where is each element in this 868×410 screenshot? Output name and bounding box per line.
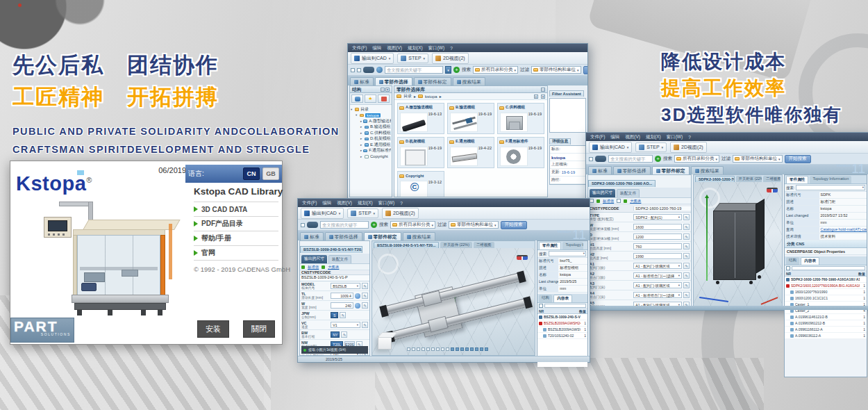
parameter-value-box[interactable]: A1 - 配列门-玻璃区域 [633,263,682,269]
export-to-cad-button[interactable]: 输出到CAD▾ [589,142,632,153]
edit-icon[interactable]: ✎ [683,224,690,230]
view-2d-button[interactable]: 2D视图(2) [432,53,469,64]
viewport-tool-icon[interactable] [426,347,430,351]
catalog-card[interactable]: B.输送模组 19-6-19 [447,103,494,134]
parts-table-row[interactable]: T20/10S1240-02 1 [537,333,587,339]
tab-content-table[interactable]: 内容表 [553,295,572,302]
tab-topology-information[interactable]: Topology Information [810,176,851,183]
catalog-card[interactable]: A.微型输送模组 19-6-13 [397,103,444,134]
tree-item-kstopa[interactable]: ▾kstopa [351,113,391,119]
parameter-value-box[interactable]: BSZSLB [331,283,360,289]
edit-icon[interactable]: ✎ [683,243,690,249]
parameter-value-box[interactable]: 760 [633,243,682,249]
search-scope-dropdown[interactable]: 所有目录和分类▾ [390,221,435,229]
menu-item[interactable]: 窗口(W) [428,45,444,51]
navigation-cube[interactable] [378,336,392,350]
menu-item[interactable]: ? [450,46,453,51]
tab-topology-information[interactable]: Topology Information [562,242,583,249]
menu-item[interactable]: 窗口(W) [378,200,394,206]
installer-menu-item[interactable]: 帮助/手册 [194,231,278,245]
tree-item[interactable]: ▸E.通用模组 [351,142,391,148]
menu-item[interactable]: 编辑 [372,45,381,51]
view-preset-icon[interactable] [480,347,483,351]
catalogs-button[interactable] [351,95,363,103]
expand-arrow-icon[interactable]: ▸ [360,137,363,140]
property-search-select[interactable] [549,251,586,256]
breadcrumb-root[interactable]: 目录 [403,93,412,99]
menu-item[interactable]: ? [688,135,691,140]
tree-item[interactable]: ▸B.输送模组 [351,124,391,131]
viewport-tool-icon[interactable] [431,347,435,351]
3d-glasses-icon[interactable] [517,255,528,260]
info-icon[interactable] [355,293,360,299]
close-button[interactable]: 關閉 [243,320,275,338]
tree-item[interactable]: ▸Copyright [351,154,391,160]
details-tab[interactable]: 详细信息 [549,138,571,145]
large-table-link[interactable]: 大图表 [328,265,339,270]
parts-table-row[interactable]: A.019960961212-B 1 [785,320,867,327]
parameter-value-box[interactable]: NY [331,331,340,338]
tab-assembly-file[interactable]: 装配文件 [328,255,351,263]
view-preset-icon[interactable] [485,347,488,351]
fulltext-search-input[interactable] [385,66,443,74]
parts-table-row[interactable]: A.09961166112-A 1 [785,327,867,333]
menu-item[interactable]: 编辑 [322,200,331,206]
language-gb-button[interactable]: GB [262,167,279,180]
history-button[interactable] [378,95,390,103]
catalog-card[interactable]: D.机架模组 19-6-19 [397,137,444,168]
view-2d-button[interactable]: 2D视图(2) [382,208,419,219]
viewport-tab[interactable]: 开关柜体 (22%) [736,176,762,182]
parts-table-row[interactable]: 1600/1200*760/1990 1 [785,289,867,295]
menu-item[interactable]: 规划(X) [646,134,661,140]
edit-icon[interactable]: ✎ [683,272,690,279]
filter-unit-dropdown[interactable]: 零部件结构和单位▾ [733,155,783,163]
main-tab[interactable]: 零部件标定 [652,166,690,174]
view-preset-icon[interactable] [456,347,459,351]
part-title-tab[interactable]: SDPK2-1600-1200-760-1990 AO... [588,180,656,187]
close-icon[interactable]: × [385,88,390,92]
undock-icon[interactable]: □ [541,88,545,92]
menu-item[interactable]: 视图(V) [337,200,352,206]
menu-item[interactable]: ? [400,201,403,206]
tab-part-properties[interactable]: 零件属性 [539,242,561,249]
filter-checkbox[interactable] [786,266,790,270]
add-search-term-button[interactable]: + [453,67,460,73]
installer-menu-item[interactable]: 3D CAD DATA [194,202,278,216]
installer-menu-item[interactable]: PDF产品目录 [194,216,278,231]
menu-item[interactable]: 文件(F) [302,200,317,206]
viewport-tool-icon[interactable] [412,347,415,351]
search-mode-toggle[interactable] [363,67,374,73]
menu-item[interactable]: 文件(F) [590,134,605,140]
search-checkbox[interactable] [589,157,593,161]
edit-icon[interactable]: ✎ [340,312,346,318]
expand-arrow-icon[interactable]: ▸ [360,155,363,158]
main-tab[interactable]: 零部件标定 [414,77,451,85]
main-tab[interactable]: 零部件选择 [613,166,651,174]
parts-table-row[interactable]: BSZSLB2009AGWSH24PT20/1B/U 1 [537,320,587,327]
main-tab[interactable]: 搜索结果 [691,166,724,174]
parameter-value-box[interactable]: 1600 [633,224,682,230]
catalog-card[interactable]: C.供料模组 19-6-19 [497,103,544,134]
search-checkbox[interactable] [351,68,355,72]
large-table-checkbox[interactable] [617,199,621,203]
parameter-value-box[interactable]: A1 - 标准组合门(一)选择 [633,292,682,298]
viewport-tab[interactable]: 开关器件 (22%) [440,242,471,248]
view-preset-icon[interactable] [475,347,478,351]
search-mode-toggle[interactable] [307,222,318,228]
parts-table-row[interactable]: SDPK2/1600,1200*760/1990A.BIG.A16GA16GA1… [785,283,867,289]
menu-item[interactable]: 视图(V) [625,134,640,140]
parts-table-row[interactable]: BSZSLB-1009-240-S-V1-NY-T20-(20) [537,314,587,320]
edit-icon[interactable]: ✎ [362,283,368,289]
tab-assembly-file[interactable]: 装配文件 [617,189,640,197]
search-scope-dropdown[interactable]: 所有目录和分类▾ [473,66,518,74]
expand-arrow-icon[interactable]: ▸ [360,131,363,135]
tab-output-dimensions[interactable]: 输出的尺寸 [590,189,615,197]
parts-table-row[interactable]: BSZSLB2009AGWSV1 'V2' 'V3' 'V4' 'V5' 'V6… [537,327,587,333]
main-tab[interactable]: 搜索结果 [403,232,435,240]
view-preset-icon[interactable] [470,347,474,351]
tab-structure[interactable]: 结构 [786,257,799,265]
menu-item[interactable]: 规划(X) [408,45,423,51]
search-scope-dropdown[interactable]: 所有目录和分类▾ [674,155,719,163]
add-search-term-button[interactable]: + [655,156,661,162]
expand-arrow-icon[interactable]: ▸ [360,120,362,123]
